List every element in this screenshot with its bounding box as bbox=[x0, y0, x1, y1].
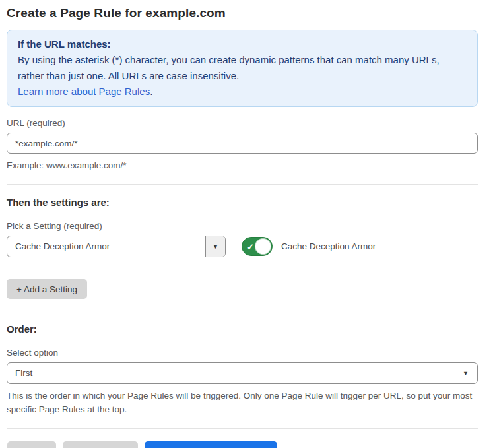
cancel-button[interactable]: Cancel bbox=[7, 441, 56, 448]
order-hint: This is the order in which your Page Rul… bbox=[7, 389, 478, 416]
save-and-deploy-button[interactable]: Save and Deploy Page Rule bbox=[145, 441, 278, 448]
footer-buttons: Cancel Save as Draft Save and Deploy Pag… bbox=[7, 441, 478, 448]
url-hint: Example: www.example.com/* bbox=[7, 158, 478, 172]
pick-setting-label: Pick a Setting (required) bbox=[7, 221, 478, 231]
info-box-body: By using the asterisk (*) character, you… bbox=[18, 52, 467, 84]
info-box-link-line: Learn more about Page Rules. bbox=[18, 84, 467, 100]
order-select-label: Select option bbox=[7, 348, 478, 358]
setting-toggle[interactable]: ✓ bbox=[242, 237, 273, 256]
url-input[interactable] bbox=[7, 133, 478, 154]
add-setting-button[interactable]: + Add a Setting bbox=[7, 279, 87, 299]
settings-heading: Then the settings are: bbox=[7, 197, 478, 208]
setting-row: Cache Deception Armor ▼ ✓ Cache Deceptio… bbox=[7, 236, 478, 257]
setting-select[interactable]: Cache Deception Armor ▼ bbox=[7, 236, 226, 257]
page-title: Create a Page Rule for example.com bbox=[7, 6, 478, 20]
order-select[interactable]: First ▼ bbox=[7, 362, 478, 384]
order-heading: Order: bbox=[7, 323, 478, 335]
order-select-value: First bbox=[7, 368, 477, 378]
chevron-down-icon: ▼ bbox=[213, 243, 218, 250]
setting-select-value: Cache Deception Armor bbox=[7, 241, 205, 251]
learn-more-link[interactable]: Learn more about Page Rules bbox=[18, 86, 150, 97]
link-suffix: . bbox=[150, 86, 152, 97]
divider bbox=[7, 184, 478, 185]
check-icon: ✓ bbox=[247, 242, 254, 251]
chevron-down-icon: ▼ bbox=[463, 370, 469, 377]
url-label: URL (required) bbox=[7, 118, 478, 128]
save-as-draft-button[interactable]: Save as Draft bbox=[63, 441, 138, 448]
toggle-label: Cache Deception Armor bbox=[281, 241, 376, 251]
toggle-knob bbox=[255, 238, 271, 255]
create-page-rule-form: Create a Page Rule for example.com If th… bbox=[0, 0, 484, 448]
divider bbox=[7, 311, 478, 311]
info-box-heading: If the URL matches: bbox=[18, 36, 467, 52]
divider bbox=[7, 428, 478, 429]
setting-select-arrow-button[interactable]: ▼ bbox=[205, 236, 225, 257]
url-match-info-box: If the URL matches: By using the asteris… bbox=[7, 30, 478, 107]
